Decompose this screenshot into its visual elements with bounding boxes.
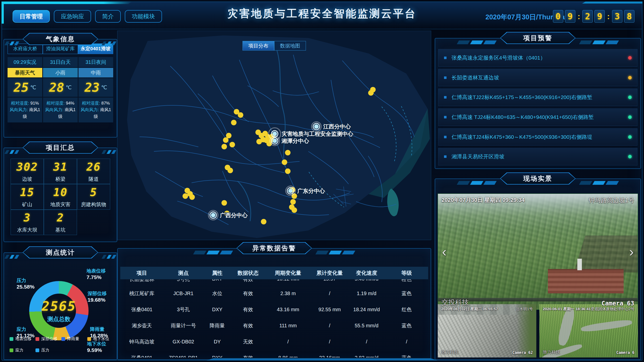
humidity-label: 相对湿度:	[46, 101, 66, 106]
camera-main-name: 钟马路高边坡1号	[589, 196, 634, 204]
project-dot[interactable]	[223, 137, 228, 143]
alarm-col-header-变化速度: 变化速度	[348, 269, 385, 277]
nav-button-简介[interactable]: 简介	[95, 10, 121, 23]
project-dot[interactable]	[285, 168, 291, 174]
camera-small-1[interactable]: 2020年06月02日 星期二 06:55:57治水明1号致力科技Camera …	[438, 304, 536, 357]
alarm-col-header-等级: 等级	[385, 269, 428, 277]
humidity-label: 相对湿度:	[11, 101, 30, 106]
alarm-cell: 桃江尾矿库	[120, 290, 163, 297]
weather-humidity-wind: 相对湿度: 94%风向风力: 南风1级	[43, 98, 78, 122]
alarm-table-row[interactable]: 长韶娄道林5号孔DXY有效10.12 mm15.975.46 mm/d橙色	[120, 279, 428, 285]
map[interactable]: 江西分中心灾害地质与工程安全监测中心湘潭分中心广东分中心广西分中心 项目分布数据…	[117, 31, 431, 240]
alarm-cell: 3.83 mm/d	[348, 355, 385, 358]
donut-center: 2565 测点总数	[29, 281, 89, 340]
legend-swatch	[35, 337, 39, 341]
summary-cell-地质灾害: 10地质灾害	[44, 184, 77, 209]
project-dot[interactable]	[231, 120, 236, 125]
project-dot[interactable]	[226, 133, 231, 138]
map-canvas[interactable]: 江西分中心灾害地质与工程安全监测中心湘潭分中心广东分中心广西分中心	[117, 31, 431, 240]
temperature-unit: ℃	[66, 84, 72, 90]
alarms-table-header: 项目测点属性数据状态周期变化量累计变化量变化速度等级	[120, 267, 428, 279]
camera-small-2[interactable]: 2020-06-01 星期一 18:36:41娄底固体废物处理中心2号致力科技C…	[539, 304, 638, 357]
project-warning-panel: 项目预警 张桑高速永定服务区4号滑坡体（0401）长韶娄道林互通边坡仁博高速TJ…	[435, 32, 641, 169]
alarm-cell: DXY	[203, 355, 231, 358]
alarm-table-row[interactable]: 桃江尾矿库JCB-JR1水位有效2.38 m/1.19 m/d蓝色	[120, 285, 428, 301]
map-marker-label: 灾害地质与工程安全监测中心	[281, 131, 353, 137]
project-dot[interactable]	[285, 150, 291, 155]
carousel-next-arrow-icon[interactable]: ›	[629, 245, 634, 258]
warning-item[interactable]: 长韶娄道林互通边坡	[438, 69, 637, 86]
project-dot[interactable]	[256, 139, 262, 144]
alarms-panel-title: 异常数据告警	[237, 243, 311, 254]
summary-cell-基坑: 2基坑	[44, 210, 77, 235]
warning-item[interactable]: 仁博高速TJ24标K475+360～K475+500(K936+300)右侧路堤	[438, 128, 637, 146]
alarm-table-row[interactable]: 张桑04013号孔DXY有效43.16 mm92.55 mm18.24 mm/d…	[120, 301, 428, 318]
legend-text: 深部位移	[41, 336, 57, 342]
camera-small-name: 治水明1号	[516, 307, 533, 311]
map-tab-数据地图[interactable]: 数据地图	[274, 41, 306, 51]
wind-line: 风向风力: 南风1级	[9, 107, 41, 120]
warning-item[interactable]: 仁博高速 TJ24标K480+635～K480+940(K941+650)右侧路…	[438, 108, 637, 126]
project-dot[interactable]	[221, 144, 227, 149]
alarm-cell: JCB-JR1	[163, 291, 203, 296]
alarm-cell: /	[311, 339, 348, 345]
project-dot[interactable]	[264, 138, 269, 143]
alarm-cell: 有效	[231, 306, 265, 313]
warning-text: 仁博高速TJ24标K475+360～K475+500(K936+300)右侧路堤	[452, 133, 628, 141]
live-camera-panel: 现场实景 2020年07月30日 星期四 09:29:34 钟马路高边坡1号 交…	[435, 172, 641, 360]
camera-main[interactable]: 2020年07月30日 星期四 09:29:34 钟马路高边坡1号 交投科技 C…	[438, 194, 638, 310]
project-dot[interactable]	[292, 207, 297, 213]
map-tab-项目分布[interactable]: 项目分布	[243, 41, 274, 51]
panel-deco-right	[580, 181, 618, 185]
summary-label: 隧道	[89, 176, 99, 183]
camera-small-id: Camera 62	[512, 350, 533, 355]
alarm-table-row[interactable]: 钟马高边坡GX-DB02DY无效////	[120, 334, 428, 350]
project-dot[interactable]	[261, 219, 266, 224]
warning-item[interactable]: 湘潭县天易经开区滑坡	[438, 148, 637, 165]
project-dot[interactable]	[227, 168, 233, 173]
nav-button-日常管理[interactable]: 日常管理	[13, 10, 50, 23]
alarm-table-row[interactable]: 湘乡壶天雨量计一号降雨量有效111 mm/55.5 mm/d蓝色	[120, 318, 428, 334]
project-dot[interactable]	[238, 112, 243, 118]
alarm-cell: 有效	[231, 322, 265, 329]
nav-button-功能模块[interactable]: 功能模块	[125, 10, 162, 23]
warning-item[interactable]: 仁博高速TJ22标K455+175～K455+360(K916+200)右侧路堑	[438, 88, 637, 106]
carousel-prev-arrow-icon[interactable]: ‹	[442, 245, 447, 258]
temperature-value: 23	[85, 80, 100, 95]
summary-label: 水库大坝	[17, 227, 37, 233]
alarm-col-header-属性: 属性	[203, 269, 231, 277]
donut-label-name: 地表位移	[87, 268, 106, 274]
alarms-panel-body: 项目测点属性数据状态周期变化量累计变化量变化速度等级 长韶娄道林5号孔DXY有效…	[117, 248, 431, 360]
project-dot[interactable]	[229, 142, 235, 147]
project-dot[interactable]	[189, 194, 195, 200]
panel-deco-right	[580, 40, 618, 44]
humidity-line: 相对湿度: 94%	[46, 100, 74, 107]
wind-line: 风向风力: 南风1级	[80, 107, 112, 120]
wind-line: 风向风力: 南风1级	[45, 107, 76, 120]
weather-column-2: 31日夜间中雨23℃相对湿度: 87%风向风力: 南风1级	[78, 57, 113, 122]
project-dot[interactable]	[183, 193, 188, 199]
warning-bullet-icon	[444, 136, 447, 138]
legend-item-应力: 应力	[10, 348, 32, 353]
alarm-cell: 有效	[231, 290, 265, 297]
alarm-table-row[interactable]: 张桑0401ZS0401-DB1DXY有效8.86 mm23.16mm3.83 …	[120, 350, 428, 357]
project-dot[interactable]	[290, 199, 296, 205]
map-marker-label: 广西分中心	[220, 212, 248, 218]
project-dot[interactable]	[221, 200, 227, 206]
alarm-cell: 有效	[231, 279, 265, 283]
weather-column-1: 31日白天小雨28℃相对湿度: 94%风向风力: 南风1级	[43, 57, 78, 122]
weather-tab-滑油洞尾矿库[interactable]: 滑油洞尾矿库	[43, 43, 78, 54]
project-dot[interactable]	[370, 87, 376, 93]
donut-label-value: 7.75%	[87, 274, 106, 281]
nav-button-应急响应[interactable]: 应急响应	[54, 10, 91, 23]
camera-small-vendor: 致力科技	[441, 349, 458, 355]
panel-deco-right	[316, 251, 354, 254]
alarms-table-body[interactable]: 长韶娄道林5号孔DXY有效10.12 mm15.975.46 mm/d橙色桃江尾…	[120, 279, 428, 357]
project-dot[interactable]	[282, 159, 287, 165]
weather-panel-title: 气象信息	[23, 33, 98, 44]
camera-small-timestamp: 2020年06月02日 星期二 06:55:57	[441, 307, 498, 311]
warning-item[interactable]: 张桑高速永定服务区4号滑坡体（0401）	[438, 49, 637, 67]
weather-temperature: 23℃	[78, 78, 113, 97]
summary-label: 地质灾害	[50, 201, 70, 208]
stats-panel-title: 测点统计	[23, 247, 98, 258]
